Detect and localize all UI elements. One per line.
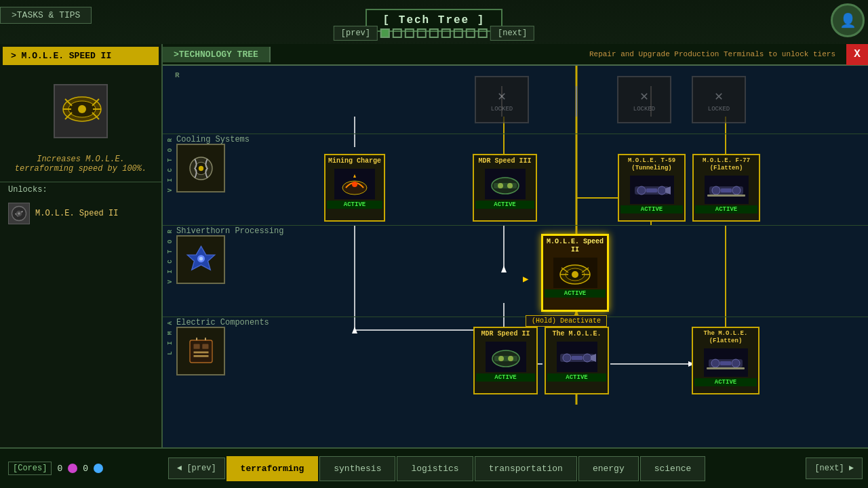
sidebar-description: Increases M.O.L.E. terraforming speed by… xyxy=(0,152,161,182)
tab-next-button[interactable]: [next] ► xyxy=(806,458,863,479)
electric-item-box[interactable] xyxy=(176,327,225,375)
svg-point-50 xyxy=(732,186,741,195)
svg-rect-52 xyxy=(707,195,745,197)
mole-f77-node[interactable]: M.O.L.E. F-77 (Flatten) ACTIVE xyxy=(692,154,760,222)
svg-point-73 xyxy=(508,356,513,361)
mole-speed-ii-node[interactable]: M.O.L.E. Speed II ACTIVE ▶ xyxy=(541,234,609,312)
svg-point-75 xyxy=(563,354,571,362)
mdr-speed-ii-title: MDR Speed II xyxy=(475,328,536,340)
tab-terraforming[interactable]: terraforming xyxy=(226,456,319,481)
mole-t59-title: M.O.L.E. T-59 (Tunneling) xyxy=(619,155,684,174)
svg-point-11 xyxy=(18,212,20,215)
mole-f77-title: M.O.L.E. F-77 (Flatten) xyxy=(694,155,759,174)
svg-point-58 xyxy=(572,271,578,278)
sidebar-unlocks-label: Unlocks: xyxy=(0,182,161,197)
svg-rect-82 xyxy=(707,367,745,369)
core-dot-purple xyxy=(68,464,77,473)
nav-dot-9[interactable] xyxy=(478,28,488,38)
tab-prev-button[interactable]: ◄ [prev] xyxy=(168,458,225,479)
the-mole-status: ACTIVE xyxy=(547,373,606,382)
tech-canvas: R ✕ LOCKED ✕ LOCKED ✕ LOCKED Cooling Sys… xyxy=(163,66,868,447)
cursor-pointer: ▶ xyxy=(523,273,528,285)
row-label-r: R xyxy=(175,71,180,79)
mdr-speed-iii-status: ACTIVE xyxy=(475,201,534,209)
nav-dot-4[interactable] xyxy=(417,28,427,38)
nav-dot-1[interactable] xyxy=(380,28,390,38)
tasks-tips-button[interactable]: >TASKS & TIPS xyxy=(0,7,92,24)
svg-rect-47 xyxy=(646,188,657,192)
nav-dot-8[interactable] xyxy=(466,28,475,38)
cooling-item-box[interactable] xyxy=(176,144,225,192)
tab-logistics[interactable]: logistics xyxy=(397,456,473,481)
svg-point-45 xyxy=(637,186,646,195)
core2-count: 0 xyxy=(83,464,88,474)
tech-tree-header-info: Repair and Upgrade Production Terminals … xyxy=(271,50,846,58)
nav-dot-6[interactable] xyxy=(441,28,451,38)
svg-rect-51 xyxy=(721,188,732,192)
svg-rect-65 xyxy=(202,344,208,348)
row-divider-cooling xyxy=(163,134,868,134)
mining-charge-image xyxy=(334,169,375,199)
nav-dot-7[interactable] xyxy=(454,28,463,38)
svg-point-46 xyxy=(658,186,666,195)
svg-point-55 xyxy=(199,256,203,260)
the-mole-flatten-image xyxy=(704,348,748,377)
mining-charge-status: ACTIVE xyxy=(327,201,382,209)
svg-point-39 xyxy=(352,182,357,187)
svg-point-43 xyxy=(507,183,513,188)
mdr-speed-ii-node[interactable]: MDR Speed II ACTIVE xyxy=(473,327,538,394)
svg-point-49 xyxy=(712,186,720,195)
the-mole-flatten-node[interactable]: The M.O.L.E. (Flatten) ACTIVE xyxy=(692,327,760,394)
next-nav-button[interactable]: [next] xyxy=(490,26,534,41)
svg-point-72 xyxy=(498,356,504,361)
mole-speed-ii-status: ACTIVE xyxy=(545,289,606,298)
mole-t59-node[interactable]: M.O.L.E. T-59 (Tunneling) ACTIVE xyxy=(618,154,686,222)
svg-marker-29 xyxy=(501,266,507,272)
mdr-speed-iii-image xyxy=(485,169,526,199)
mdr-speed-ii-status: ACTIVE xyxy=(476,373,535,382)
bottom-tab-bar: ◄ [prev] terraforming synthesis logistic… xyxy=(163,447,868,488)
svg-rect-77 xyxy=(572,356,583,360)
svg-rect-81 xyxy=(720,361,731,365)
svg-point-76 xyxy=(583,354,591,362)
the-mole-node[interactable]: The M.O.L.E. ACTIVE xyxy=(545,327,609,394)
tab-energy[interactable]: energy xyxy=(578,456,639,481)
the-mole-title: The M.O.L.E. xyxy=(546,328,608,340)
locked-node-3: ✕ LOCKED xyxy=(692,76,746,123)
tab-transportation[interactable]: transportation xyxy=(475,456,577,481)
nav-dot-3[interactable] xyxy=(405,28,414,38)
svg-rect-64 xyxy=(193,344,199,348)
svg-rect-41 xyxy=(494,183,517,188)
svg-point-42 xyxy=(498,183,503,188)
sidebar-unlock-item: M.O.L.E. Speed II xyxy=(0,197,161,230)
sidebar: > M.O.L.E. SPEED II Increases M.O.L.E. t… xyxy=(0,44,163,447)
tab-synthesis[interactable]: synthesis xyxy=(319,456,395,481)
locked-node-1: ✕ LOCKED xyxy=(475,76,529,123)
mdr-speed-iii-title: MDR Speed III xyxy=(474,155,536,167)
status-bar: [Cores] 0 0 xyxy=(0,447,163,488)
mole-speed-ii-title: M.O.L.E. Speed II xyxy=(543,236,607,256)
victor-label-2: V I C T O R xyxy=(167,228,174,283)
mining-charge-node[interactable]: Mining Charge ACTIVE xyxy=(324,154,385,222)
svg-rect-66 xyxy=(193,351,208,353)
svg-marker-30 xyxy=(352,327,357,333)
mole-t59-status: ACTIVE xyxy=(620,205,683,214)
svg-point-2 xyxy=(78,105,86,113)
mole-f77-status: ACTIVE xyxy=(695,205,757,214)
mining-charge-title: Mining Charge xyxy=(326,155,384,167)
core-dot-blue xyxy=(94,464,103,473)
prev-nav-button[interactable]: [prev] xyxy=(334,26,378,41)
mole-speed-ii-image xyxy=(553,258,597,288)
sidebar-selected-item[interactable]: > M.O.L.E. SPEED II xyxy=(3,47,159,65)
mdr-speed-iii-node[interactable]: MDR Speed III ACTIVE xyxy=(473,154,537,222)
sidebar-item-image xyxy=(54,84,108,138)
nav-dot-2[interactable] xyxy=(393,28,402,38)
nav-dot-5[interactable] xyxy=(429,28,439,38)
shiver-item-box[interactable] xyxy=(176,235,225,284)
tab-science[interactable]: science xyxy=(640,456,706,481)
the-mole-image xyxy=(557,342,597,372)
tech-tree-header: >TECHNOLOGY TREE Repair and Upgrade Prod… xyxy=(163,44,868,66)
close-button[interactable]: X xyxy=(846,44,868,65)
avatar: 👤 xyxy=(831,3,865,37)
deactivate-tooltip[interactable]: (Hold) Deactivate xyxy=(526,315,607,327)
